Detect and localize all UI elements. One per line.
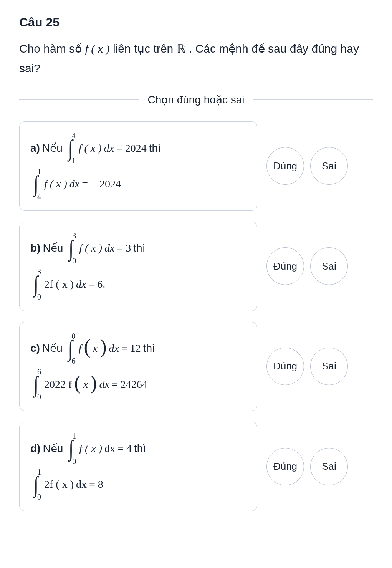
int-a2-eq: = − 2024 (82, 176, 121, 192)
buttons-a: Đúng Sai (266, 147, 348, 185)
int-d1-dx: dx (104, 440, 115, 457)
int-c2-eq: = 24264 (112, 376, 147, 392)
buttons-d: Đúng Sai (266, 448, 348, 485)
integral-symbol-icon: ∫ (31, 275, 41, 294)
int-c2-dx: dx (99, 376, 109, 392)
integral-symbol-icon: ∫ (66, 238, 76, 258)
question-text: Cho hàm số f ( x ) liên tục trên ℝ . Các… (19, 39, 373, 78)
option-row-d: d) Nếu 1 ∫ 0 f ( x ) dx = 4 thì 1 ∫ 0 2f… (19, 422, 373, 511)
divider-line-right (253, 99, 373, 100)
int-b2-body: 2f ( x ) (44, 276, 74, 292)
true-button-b[interactable]: Đúng (266, 247, 304, 285)
option-d-prefix: Nếu (43, 440, 63, 457)
int-a2-body: f ( x ) (44, 176, 67, 192)
integral-symbol-icon: ∫ (66, 138, 76, 157)
integral-symbol-icon: ∫ (66, 439, 76, 458)
int-d1-body: f ( x ) (79, 440, 102, 457)
buttons-c: Đúng Sai (266, 348, 348, 385)
int-a1-dx: dx (104, 140, 114, 156)
false-button-b[interactable]: Sai (310, 247, 348, 285)
option-row-b: b) Nếu 3 ∫ 0 f ( x ) dx = 3 thì 3 ∫ 0 2f… (19, 222, 373, 311)
integral-d2: 1 ∫ 0 (31, 468, 41, 501)
int-c1-dx: dx (109, 340, 119, 356)
integral-symbol-icon: ∫ (31, 475, 41, 494)
integral-c1: 0 ∫ 6 (66, 332, 76, 365)
option-c-prefix: Nếu (42, 340, 63, 356)
int-b1-suffix: thì (133, 240, 145, 256)
true-button-c[interactable]: Đúng (266, 348, 304, 385)
integral-b1: 3 ∫ 0 (66, 232, 76, 265)
false-button-c[interactable]: Sai (310, 348, 348, 385)
int-c1-suffix: thì (143, 340, 155, 356)
int-c2-arg: x (83, 376, 88, 392)
option-label-c: c) (30, 340, 40, 356)
int-a1-body: f ( x ) (79, 140, 102, 156)
int-d2-body: 2f ( x ) (44, 476, 74, 492)
int-b2-eq: = 6. (88, 276, 105, 292)
int-a1-suffix: thì (149, 140, 161, 156)
option-row-c: c) Nếu 0 ∫ 6 f ( x ) dx = 12 thì 6 ∫ 0 2… (19, 322, 373, 411)
qtext-part2: liên tục trên (113, 42, 177, 55)
int-d2-eq: = 8 (89, 476, 103, 492)
integral-symbol-icon: ∫ (31, 174, 41, 194)
int-b1-dx: dx (104, 240, 114, 256)
qtext-part1: Cho hàm số (19, 42, 85, 55)
integral-d1: 1 ∫ 0 (66, 432, 76, 465)
option-box-d: d) Nếu 1 ∫ 0 f ( x ) dx = 4 thì 1 ∫ 0 2f… (19, 422, 257, 511)
int-d2-dx: dx (76, 476, 87, 492)
option-a-prefix: Nếu (42, 140, 63, 156)
question-number: Câu 25 (19, 15, 373, 30)
int-c1-body: f (79, 340, 82, 356)
option-row-a: a) Nếu 4 ∫ 1 f ( x ) dx = 2024 thì 1 ∫ 4… (19, 121, 373, 211)
int-b1-eq: = 3 (117, 240, 131, 256)
int-d1-suffix: thì (134, 440, 146, 457)
divider-line-left (19, 99, 139, 100)
buttons-b: Đúng Sai (266, 247, 348, 285)
false-button-d[interactable]: Sai (310, 448, 348, 485)
option-b-prefix: Nếu (43, 240, 63, 256)
integral-symbol-icon: ∫ (31, 374, 41, 394)
option-box-c: c) Nếu 0 ∫ 6 f ( x ) dx = 12 thì 6 ∫ 0 2… (19, 322, 257, 411)
option-box-b: b) Nếu 3 ∫ 0 f ( x ) dx = 3 thì 3 ∫ 0 2f… (19, 222, 257, 311)
int-a1-eq: = 2024 (116, 140, 147, 156)
divider: Chọn đúng hoặc sai (19, 93, 373, 106)
option-box-a: a) Nếu 4 ∫ 1 f ( x ) dx = 2024 thì 1 ∫ 4… (19, 121, 257, 211)
true-button-d[interactable]: Đúng (266, 448, 304, 485)
divider-text: Chọn đúng hoặc sai (139, 93, 254, 106)
true-button-a[interactable]: Đúng (266, 147, 304, 185)
int-b1-body: f ( x ) (79, 240, 102, 256)
int-c1-eq: = 12 (121, 340, 141, 356)
int-b2-dx: dx (76, 276, 86, 292)
integral-a1: 4 ∫ 1 (66, 132, 76, 164)
option-label-d: d) (30, 440, 40, 457)
int-c2-body: 2022 f (44, 376, 72, 392)
qtext-real: ℝ (177, 42, 186, 55)
integral-b2: 3 ∫ 0 (31, 268, 41, 300)
qtext-fx: f ( x ) (85, 42, 109, 55)
int-c1-arg: x (93, 340, 98, 356)
option-label-b: b) (30, 240, 40, 256)
integral-symbol-icon: ∫ (66, 339, 76, 358)
int-d1-eq: = 4 (117, 440, 132, 457)
option-label-a: a) (30, 140, 40, 156)
integral-a2: 1 ∫ 4 (31, 167, 41, 200)
false-button-a[interactable]: Sai (310, 147, 348, 185)
int-a2-dx: dx (69, 176, 79, 192)
integral-c2: 6 ∫ 0 (31, 368, 41, 401)
